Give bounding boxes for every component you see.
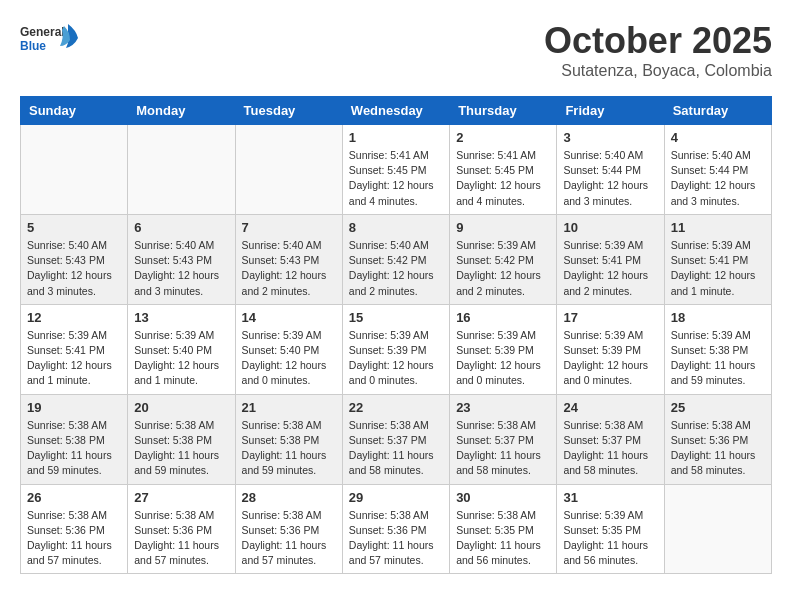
calendar-cell: 8Sunrise: 5:40 AMSunset: 5:42 PMDaylight… (342, 214, 449, 304)
day-number: 27 (134, 490, 228, 505)
calendar-cell: 12Sunrise: 5:39 AMSunset: 5:41 PMDayligh… (21, 304, 128, 394)
day-info: Sunrise: 5:38 AMSunset: 5:36 PMDaylight:… (242, 508, 336, 569)
day-number: 20 (134, 400, 228, 415)
calendar-cell: 30Sunrise: 5:38 AMSunset: 5:35 PMDayligh… (450, 484, 557, 574)
calendar-cell: 16Sunrise: 5:39 AMSunset: 5:39 PMDayligh… (450, 304, 557, 394)
day-header-friday: Friday (557, 97, 664, 125)
month-title: October 2025 (544, 20, 772, 62)
day-header-wednesday: Wednesday (342, 97, 449, 125)
day-info: Sunrise: 5:40 AMSunset: 5:42 PMDaylight:… (349, 238, 443, 299)
calendar-cell: 18Sunrise: 5:39 AMSunset: 5:38 PMDayligh… (664, 304, 771, 394)
calendar-cell: 20Sunrise: 5:38 AMSunset: 5:38 PMDayligh… (128, 394, 235, 484)
day-header-tuesday: Tuesday (235, 97, 342, 125)
day-number: 12 (27, 310, 121, 325)
day-number: 9 (456, 220, 550, 235)
calendar-cell (21, 125, 128, 215)
day-info: Sunrise: 5:39 AMSunset: 5:38 PMDaylight:… (671, 328, 765, 389)
day-info: Sunrise: 5:39 AMSunset: 5:39 PMDaylight:… (563, 328, 657, 389)
calendar-cell: 1Sunrise: 5:41 AMSunset: 5:45 PMDaylight… (342, 125, 449, 215)
logo-icon: General Blue (20, 20, 80, 62)
calendar-cell: 26Sunrise: 5:38 AMSunset: 5:36 PMDayligh… (21, 484, 128, 574)
day-info: Sunrise: 5:39 AMSunset: 5:41 PMDaylight:… (563, 238, 657, 299)
day-header-monday: Monday (128, 97, 235, 125)
page-header: General Blue October 2025 Sutatenza, Boy… (20, 20, 772, 80)
day-header-sunday: Sunday (21, 97, 128, 125)
calendar-cell: 19Sunrise: 5:38 AMSunset: 5:38 PMDayligh… (21, 394, 128, 484)
day-number: 23 (456, 400, 550, 415)
day-number: 8 (349, 220, 443, 235)
day-number: 31 (563, 490, 657, 505)
calendar-cell: 14Sunrise: 5:39 AMSunset: 5:40 PMDayligh… (235, 304, 342, 394)
day-number: 11 (671, 220, 765, 235)
day-number: 26 (27, 490, 121, 505)
calendar-cell: 27Sunrise: 5:38 AMSunset: 5:36 PMDayligh… (128, 484, 235, 574)
day-info: Sunrise: 5:40 AMSunset: 5:43 PMDaylight:… (134, 238, 228, 299)
day-info: Sunrise: 5:38 AMSunset: 5:36 PMDaylight:… (134, 508, 228, 569)
day-info: Sunrise: 5:38 AMSunset: 5:37 PMDaylight:… (456, 418, 550, 479)
calendar-cell: 25Sunrise: 5:38 AMSunset: 5:36 PMDayligh… (664, 394, 771, 484)
calendar-cell: 11Sunrise: 5:39 AMSunset: 5:41 PMDayligh… (664, 214, 771, 304)
day-info: Sunrise: 5:40 AMSunset: 5:44 PMDaylight:… (671, 148, 765, 209)
calendar-cell: 28Sunrise: 5:38 AMSunset: 5:36 PMDayligh… (235, 484, 342, 574)
calendar-cell: 31Sunrise: 5:39 AMSunset: 5:35 PMDayligh… (557, 484, 664, 574)
calendar-cell: 21Sunrise: 5:38 AMSunset: 5:38 PMDayligh… (235, 394, 342, 484)
calendar-cell (235, 125, 342, 215)
day-info: Sunrise: 5:40 AMSunset: 5:43 PMDaylight:… (242, 238, 336, 299)
calendar-cell: 22Sunrise: 5:38 AMSunset: 5:37 PMDayligh… (342, 394, 449, 484)
day-number: 2 (456, 130, 550, 145)
day-number: 28 (242, 490, 336, 505)
day-number: 30 (456, 490, 550, 505)
day-number: 24 (563, 400, 657, 415)
day-number: 5 (27, 220, 121, 235)
calendar-cell: 23Sunrise: 5:38 AMSunset: 5:37 PMDayligh… (450, 394, 557, 484)
calendar-cell: 4Sunrise: 5:40 AMSunset: 5:44 PMDaylight… (664, 125, 771, 215)
calendar-cell: 10Sunrise: 5:39 AMSunset: 5:41 PMDayligh… (557, 214, 664, 304)
day-number: 13 (134, 310, 228, 325)
day-number: 1 (349, 130, 443, 145)
day-number: 25 (671, 400, 765, 415)
day-info: Sunrise: 5:39 AMSunset: 5:40 PMDaylight:… (134, 328, 228, 389)
day-number: 22 (349, 400, 443, 415)
day-info: Sunrise: 5:38 AMSunset: 5:38 PMDaylight:… (27, 418, 121, 479)
day-info: Sunrise: 5:38 AMSunset: 5:35 PMDaylight:… (456, 508, 550, 569)
day-number: 15 (349, 310, 443, 325)
calendar-cell: 6Sunrise: 5:40 AMSunset: 5:43 PMDaylight… (128, 214, 235, 304)
calendar-cell: 13Sunrise: 5:39 AMSunset: 5:40 PMDayligh… (128, 304, 235, 394)
svg-text:General: General (20, 25, 65, 39)
location-title: Sutatenza, Boyaca, Colombia (544, 62, 772, 80)
day-number: 4 (671, 130, 765, 145)
day-header-saturday: Saturday (664, 97, 771, 125)
day-info: Sunrise: 5:39 AMSunset: 5:41 PMDaylight:… (671, 238, 765, 299)
svg-text:Blue: Blue (20, 39, 46, 53)
calendar-cell: 9Sunrise: 5:39 AMSunset: 5:42 PMDaylight… (450, 214, 557, 304)
calendar-cell: 24Sunrise: 5:38 AMSunset: 5:37 PMDayligh… (557, 394, 664, 484)
day-info: Sunrise: 5:38 AMSunset: 5:37 PMDaylight:… (563, 418, 657, 479)
day-info: Sunrise: 5:38 AMSunset: 5:36 PMDaylight:… (349, 508, 443, 569)
day-number: 6 (134, 220, 228, 235)
calendar-cell: 7Sunrise: 5:40 AMSunset: 5:43 PMDaylight… (235, 214, 342, 304)
day-info: Sunrise: 5:39 AMSunset: 5:40 PMDaylight:… (242, 328, 336, 389)
calendar-cell (664, 484, 771, 574)
day-number: 18 (671, 310, 765, 325)
day-number: 14 (242, 310, 336, 325)
day-info: Sunrise: 5:38 AMSunset: 5:36 PMDaylight:… (671, 418, 765, 479)
day-info: Sunrise: 5:40 AMSunset: 5:44 PMDaylight:… (563, 148, 657, 209)
title-area: October 2025 Sutatenza, Boyaca, Colombia (544, 20, 772, 80)
day-number: 21 (242, 400, 336, 415)
calendar-cell: 3Sunrise: 5:40 AMSunset: 5:44 PMDaylight… (557, 125, 664, 215)
calendar-cell: 29Sunrise: 5:38 AMSunset: 5:36 PMDayligh… (342, 484, 449, 574)
day-info: Sunrise: 5:41 AMSunset: 5:45 PMDaylight:… (349, 148, 443, 209)
calendar-cell: 2Sunrise: 5:41 AMSunset: 5:45 PMDaylight… (450, 125, 557, 215)
logo: General Blue (20, 20, 80, 62)
day-info: Sunrise: 5:38 AMSunset: 5:36 PMDaylight:… (27, 508, 121, 569)
day-header-thursday: Thursday (450, 97, 557, 125)
calendar-cell (128, 125, 235, 215)
calendar-cell: 15Sunrise: 5:39 AMSunset: 5:39 PMDayligh… (342, 304, 449, 394)
day-number: 7 (242, 220, 336, 235)
day-number: 29 (349, 490, 443, 505)
day-info: Sunrise: 5:39 AMSunset: 5:35 PMDaylight:… (563, 508, 657, 569)
day-info: Sunrise: 5:39 AMSunset: 5:39 PMDaylight:… (349, 328, 443, 389)
day-info: Sunrise: 5:41 AMSunset: 5:45 PMDaylight:… (456, 148, 550, 209)
day-number: 16 (456, 310, 550, 325)
calendar-table: SundayMondayTuesdayWednesdayThursdayFrid… (20, 96, 772, 574)
